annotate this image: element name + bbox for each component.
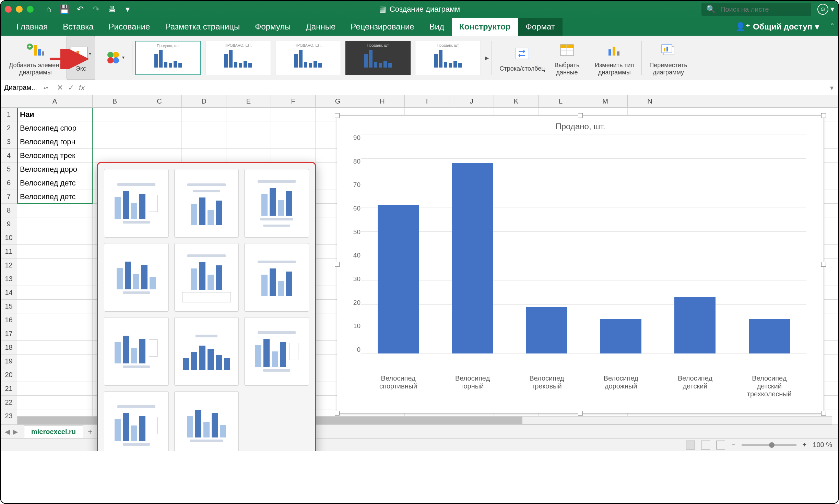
cell[interactable]: [17, 204, 93, 217]
cell[interactable]: [271, 121, 316, 135]
cell[interactable]: [137, 135, 182, 148]
cell[interactable]: [137, 121, 182, 135]
row-header[interactable]: 3: [1, 135, 17, 148]
row-header[interactable]: 20: [1, 368, 17, 382]
cell[interactable]: Велосипед трек: [17, 149, 93, 162]
resize-handle[interactable]: [821, 113, 826, 118]
user-icon[interactable]: ☺: [817, 4, 828, 15]
tab-view[interactable]: Вид: [422, 18, 452, 36]
print-icon[interactable]: 🖶: [107, 4, 117, 14]
cell[interactable]: Велосипед детс: [17, 190, 93, 203]
row-header[interactable]: 5: [1, 163, 17, 176]
cell[interactable]: [93, 135, 137, 148]
tab-format[interactable]: Формат: [518, 18, 562, 36]
column-header[interactable]: M: [583, 95, 628, 107]
chart-style-2[interactable]: ПРОДАНО, ШТ.: [205, 41, 271, 75]
row-header[interactable]: 17: [1, 327, 17, 340]
cell[interactable]: [17, 286, 93, 299]
row-header[interactable]: 14: [1, 286, 17, 299]
layout-option-5[interactable]: [174, 243, 239, 312]
switch-row-column-button[interactable]: Строка/столбец: [495, 36, 550, 80]
row-header[interactable]: 2: [1, 121, 17, 135]
layout-option-8[interactable]: [174, 317, 239, 386]
cell[interactable]: [17, 341, 93, 354]
chart-plot-area[interactable]: 9080706050403020100 Велосипед спортивный…: [361, 134, 806, 367]
cell[interactable]: [271, 135, 316, 148]
expand-formula-icon[interactable]: ▾: [830, 84, 834, 92]
row-header[interactable]: 7: [1, 190, 17, 203]
cell[interactable]: Велосипед спор: [17, 121, 93, 135]
resize-handle[interactable]: [335, 411, 340, 416]
cell[interactable]: [93, 108, 137, 121]
cell[interactable]: [93, 149, 137, 162]
embedded-chart[interactable]: Продано, шт. 9080706050403020100 Велосип…: [337, 115, 824, 413]
cell[interactable]: [17, 259, 93, 272]
resize-handle[interactable]: [578, 113, 583, 118]
layout-option-4[interactable]: [104, 243, 169, 312]
close-icon[interactable]: [5, 6, 12, 13]
resize-handle[interactable]: [335, 262, 340, 267]
chart-style-3[interactable]: ПРОДАНО, ШТ.: [275, 41, 341, 75]
cell[interactable]: [182, 149, 226, 162]
zoom-out-icon[interactable]: −: [731, 441, 735, 449]
chart-bar[interactable]: [452, 163, 493, 353]
tab-insert[interactable]: Вставка: [55, 18, 101, 36]
minimize-icon[interactable]: [16, 6, 23, 13]
cell[interactable]: [17, 355, 93, 368]
layout-option-2[interactable]: [174, 169, 239, 238]
cell[interactable]: [17, 368, 93, 382]
cell[interactable]: [17, 313, 93, 327]
search-input[interactable]: [720, 5, 807, 13]
cell[interactable]: [226, 135, 271, 148]
row-header[interactable]: 11: [1, 245, 17, 258]
row-header[interactable]: 21: [1, 382, 17, 395]
cell[interactable]: [226, 121, 271, 135]
change-chart-type-button[interactable]: Изменить тип диаграммы: [590, 36, 639, 80]
add-chart-element-button[interactable]: + Добавить элемент диаграммы: [4, 36, 67, 80]
column-header[interactable]: D: [182, 95, 226, 107]
chart-bar[interactable]: [749, 319, 790, 353]
layout-option-11[interactable]: [174, 391, 239, 451]
fx-icon[interactable]: fx: [79, 83, 85, 92]
column-header[interactable]: K: [494, 95, 539, 107]
chart-bar[interactable]: [600, 319, 641, 353]
cell[interactable]: [226, 108, 271, 121]
row-header[interactable]: 9: [1, 217, 17, 231]
chart-bar[interactable]: [378, 205, 419, 353]
row-header[interactable]: 10: [1, 231, 17, 244]
cell[interactable]: [137, 108, 182, 121]
row-header[interactable]: 1: [1, 108, 17, 121]
chart-style-5[interactable]: Продано, шт.: [415, 41, 481, 75]
row-header[interactable]: 12: [1, 259, 17, 272]
row-header[interactable]: 4: [1, 149, 17, 162]
styles-more-icon[interactable]: ▸: [485, 53, 489, 62]
cell[interactable]: Наи: [17, 108, 93, 121]
cell[interactable]: [17, 396, 93, 409]
column-header[interactable]: I: [405, 95, 449, 107]
chart-bar[interactable]: [526, 307, 567, 353]
cell[interactable]: [17, 245, 93, 258]
home-icon[interactable]: ⌂: [44, 4, 54, 14]
view-normal-icon[interactable]: [686, 441, 695, 449]
tab-data[interactable]: Данные: [298, 18, 343, 36]
cell[interactable]: [182, 121, 226, 135]
row-header[interactable]: 13: [1, 272, 17, 286]
cell[interactable]: [17, 300, 93, 313]
undo-icon[interactable]: ↶: [75, 4, 85, 14]
tab-home[interactable]: Главная: [9, 18, 55, 36]
quick-layout-button[interactable]: ▾ Экс: [67, 36, 95, 80]
save-icon[interactable]: 💾: [60, 4, 69, 14]
user-chevron-icon[interactable]: ▾: [830, 5, 834, 14]
row-header[interactable]: 8: [1, 204, 17, 217]
cell[interactable]: Велосипед горн: [17, 135, 93, 148]
redo-icon[interactable]: ↷: [91, 4, 101, 14]
row-header[interactable]: 6: [1, 176, 17, 190]
qat-more-icon[interactable]: ▾: [123, 4, 132, 14]
cancel-icon[interactable]: ✕: [57, 83, 63, 92]
maximize-icon[interactable]: [27, 6, 34, 13]
row-header[interactable]: 19: [1, 355, 17, 368]
chart-title[interactable]: Продано, шт.: [337, 116, 824, 134]
confirm-icon[interactable]: ✓: [68, 83, 74, 92]
move-chart-button[interactable]: Переместить диаграмму: [645, 36, 692, 80]
next-sheet-icon[interactable]: ▶: [13, 428, 18, 436]
